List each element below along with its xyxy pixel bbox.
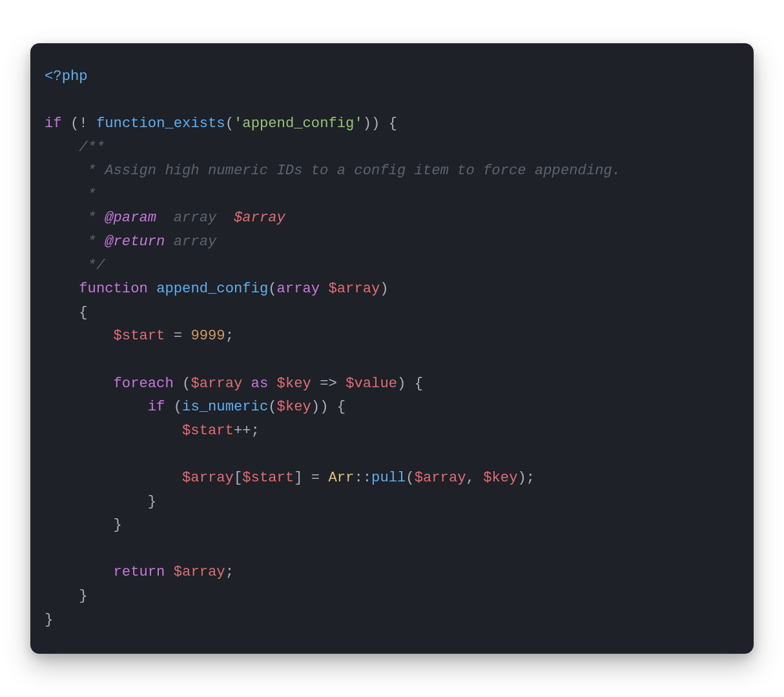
paren-open: ( (70, 116, 79, 132)
docblock-line: * Assign high numeric IDs to a config it… (45, 163, 621, 179)
brace-open: { (415, 376, 423, 392)
bracket-close: ] (294, 470, 302, 486)
var-array: $array (174, 564, 225, 580)
semicolon: ; (526, 470, 535, 486)
docblock-tag-param: @param (105, 210, 156, 226)
paren-close: ) (380, 281, 388, 297)
comma: , (466, 470, 475, 486)
var-array: $array (328, 281, 380, 297)
var-key: $key (483, 470, 517, 486)
bracket-open: [ (234, 470, 242, 486)
operator-not: ! (79, 116, 87, 132)
paren-open: ( (406, 470, 414, 486)
var-start: $start (182, 423, 234, 439)
var-value: $value (346, 376, 397, 392)
docblock-tag-return: @return (105, 234, 165, 250)
fn-pull: pull (371, 470, 406, 486)
brace-close: } (45, 612, 53, 628)
semicolon: ; (225, 564, 234, 580)
brace-open: { (389, 116, 397, 132)
docblock-line: * (45, 234, 105, 250)
paren-open: ( (174, 399, 182, 415)
operator-increment: ++ (234, 423, 251, 439)
docblock-line: array (156, 210, 234, 226)
paren-open: ( (225, 116, 234, 132)
operator-arrow: => (320, 376, 337, 392)
fn-is-numeric: is_numeric (182, 399, 268, 415)
php-open-tag: <?php (45, 68, 88, 85)
keyword-function: function (79, 281, 148, 297)
var-start: $start (114, 328, 165, 344)
fn-function-exists: function_exists (96, 116, 225, 132)
paren-open: ( (268, 281, 276, 297)
docblock-var: $array (234, 210, 285, 226)
keyword-foreach: foreach (114, 376, 174, 392)
semicolon: ; (251, 423, 260, 439)
brace-close: } (148, 494, 156, 510)
string-append-config: 'append_config' (234, 116, 363, 132)
var-key: $key (277, 376, 311, 392)
php-code-listing: <?php if (! function_exists('append_conf… (45, 65, 739, 632)
docblock-line: * (45, 187, 96, 203)
brace-close: } (114, 517, 122, 533)
var-key: $key (277, 399, 311, 415)
keyword-if: if (148, 399, 165, 415)
var-start: $start (242, 470, 294, 486)
keyword-as: as (251, 376, 269, 392)
semicolon: ; (225, 328, 234, 344)
var-array: $array (182, 470, 234, 486)
class-arr: Arr (328, 470, 354, 486)
paren-close: ) (311, 399, 320, 415)
paren-close: ) (371, 116, 380, 132)
brace-open: { (337, 399, 346, 415)
paren-close: ) (517, 470, 526, 486)
paren-open: ( (182, 376, 191, 392)
keyword-if: if (45, 116, 62, 132)
docblock-line: * (45, 210, 105, 226)
paren-close: ) (320, 399, 328, 415)
docblock-open: /** (79, 139, 105, 156)
var-array: $array (415, 470, 466, 486)
paren-open: ( (268, 399, 276, 415)
docblock-close: */ (45, 258, 105, 274)
function-name: append_config (156, 281, 268, 297)
brace-close: } (79, 588, 87, 604)
docblock-line: array (165, 234, 216, 250)
operator-assign: = (311, 470, 320, 486)
operator-double-colon: :: (354, 470, 371, 486)
brace-open: { (79, 305, 87, 321)
keyword-return: return (114, 564, 165, 580)
var-array: $array (191, 376, 242, 392)
type-array: array (277, 281, 320, 297)
code-block-card: <?php if (! function_exists('append_conf… (30, 43, 754, 654)
paren-close: ) (363, 116, 371, 132)
page: <?php if (! function_exists('append_conf… (0, 0, 784, 697)
paren-close: ) (397, 376, 406, 392)
operator-assign: = (174, 328, 182, 344)
number-9999: 9999 (191, 328, 225, 344)
